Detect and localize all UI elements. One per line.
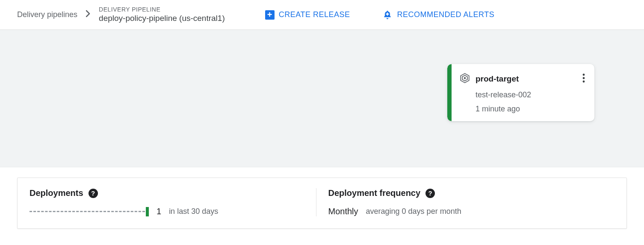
help-icon[interactable]: ? <box>425 189 435 198</box>
plus-box-icon: + <box>265 10 275 20</box>
bell-plus-icon <box>382 10 393 20</box>
metric-frequency: Deployment frequency ? Monthly averaging… <box>316 188 615 216</box>
deployments-suffix: in last 30 days <box>169 207 218 216</box>
metrics-card: Deployments ? 1 in last 30 days Deployme… <box>17 178 627 229</box>
svg-rect-1 <box>386 13 389 14</box>
metric-frequency-title: Deployment frequency <box>328 188 421 198</box>
frequency-suffix: averaging 0 days per month <box>366 207 461 216</box>
svg-point-4 <box>464 77 465 79</box>
pipeline-canvas[interactable]: prod-target test-release-002 1 minute ag… <box>0 30 644 167</box>
frequency-value: Monthly <box>328 207 358 216</box>
pipeline-label: DELIVERY PIPELINE <box>99 6 225 13</box>
target-card[interactable]: prod-target test-release-002 1 minute ag… <box>447 64 594 121</box>
recommended-alerts-label: RECOMMENDED ALERTS <box>397 10 494 19</box>
kubernetes-icon <box>459 73 470 85</box>
metric-deployments: Deployments ? 1 in last 30 days <box>30 188 316 216</box>
target-title: prod-target <box>476 74 576 84</box>
deployments-count: 1 <box>157 207 161 216</box>
status-accent <box>447 64 452 121</box>
metrics-section: Deployments ? 1 in last 30 days Deployme… <box>0 167 644 239</box>
metric-deployments-title: Deployments <box>30 188 83 198</box>
more-vert-icon[interactable] <box>581 72 587 86</box>
svg-point-6 <box>583 77 585 79</box>
target-release: test-release-002 <box>476 90 587 99</box>
chevron-right-icon <box>86 10 90 19</box>
breadcrumb-root[interactable]: Delivery pipelines <box>17 10 77 19</box>
target-time: 1 minute ago <box>476 105 587 114</box>
pipeline-title-block: DELIVERY PIPELINE deploy-policy-pipeline… <box>99 6 225 24</box>
create-release-label: CREATE RELEASE <box>279 10 350 19</box>
create-release-button[interactable]: + CREATE RELEASE <box>260 7 355 23</box>
pipeline-name: deploy-policy-pipeline (us-central1) <box>99 13 225 24</box>
page-header: Delivery pipelines DELIVERY PIPELINE dep… <box>0 0 644 30</box>
svg-point-7 <box>583 81 585 83</box>
recommended-alerts-button[interactable]: RECOMMENDED ALERTS <box>377 6 499 23</box>
help-icon[interactable]: ? <box>89 189 98 198</box>
svg-point-5 <box>583 74 585 76</box>
deployments-sparkline <box>30 207 149 216</box>
